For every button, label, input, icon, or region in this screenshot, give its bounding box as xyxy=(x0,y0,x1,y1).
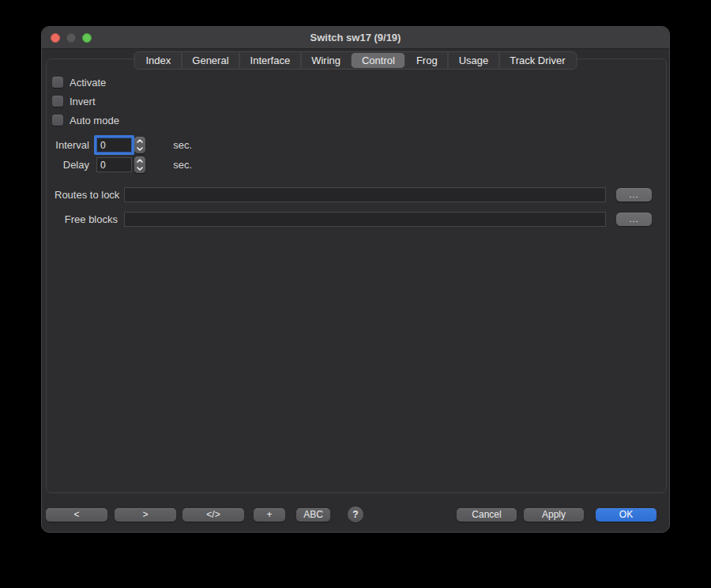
interval-stepper xyxy=(134,137,145,153)
activate-label: Activate xyxy=(70,77,106,89)
markup-button[interactable]: </> xyxy=(182,508,244,522)
stepper-up-button[interactable] xyxy=(134,156,145,165)
bottom-toolbar: < > </> + ABC ? Cancel Apply OK xyxy=(46,507,656,522)
tab-track-driver[interactable]: Track Driver xyxy=(498,53,575,68)
invert-row: Invert xyxy=(52,95,96,107)
stepper-up-button[interactable] xyxy=(134,137,145,145)
next-button[interactable]: > xyxy=(115,508,176,522)
free-blocks-browse-button[interactable]: ... xyxy=(616,213,652,226)
delay-label: Delay xyxy=(55,159,89,171)
apply-button[interactable]: Apply xyxy=(524,508,584,522)
routes-browse-button[interactable]: ... xyxy=(616,188,652,202)
routes-to-lock-row: Routes to lock ... xyxy=(55,187,652,202)
free-blocks-label: Free blocks xyxy=(55,213,118,225)
tab-usage[interactable]: Usage xyxy=(448,53,499,68)
delay-stepper xyxy=(134,156,145,173)
tab-interface[interactable]: Interface xyxy=(239,53,301,68)
add-button[interactable]: + xyxy=(254,508,285,522)
window-title: Switch sw17 (9/19) xyxy=(42,27,669,49)
routes-to-lock-input[interactable] xyxy=(124,187,606,202)
stepper-down-button[interactable] xyxy=(134,165,145,174)
delay-input[interactable] xyxy=(96,157,132,172)
tab-general[interactable]: General xyxy=(181,53,239,68)
dialog-window: Switch sw17 (9/19) Index General Interfa… xyxy=(41,26,670,533)
ok-button[interactable]: OK xyxy=(596,508,656,522)
free-blocks-input[interactable] xyxy=(124,212,606,227)
interval-label: Interval xyxy=(55,139,89,151)
tab-control[interactable]: Control xyxy=(351,53,405,68)
abc-button[interactable]: ABC xyxy=(296,508,330,522)
free-blocks-row: Free blocks ... xyxy=(55,212,652,227)
delay-row: Delay sec. xyxy=(55,156,199,173)
previous-button[interactable]: < xyxy=(46,508,107,522)
tab-index[interactable]: Index xyxy=(135,53,181,68)
delay-unit-label: sec. xyxy=(157,159,192,171)
tab-frog[interactable]: Frog xyxy=(405,53,448,68)
cancel-button[interactable]: Cancel xyxy=(457,508,517,522)
tab-bar: Index General Interface Wiring Control F… xyxy=(134,51,577,70)
help-button[interactable]: ? xyxy=(348,507,363,522)
routes-to-lock-label: Routes to lock xyxy=(55,189,118,201)
auto-mode-checkbox[interactable] xyxy=(52,115,63,126)
stepper-down-button[interactable] xyxy=(134,145,145,154)
interval-input[interactable] xyxy=(96,138,132,153)
title-bar: Switch sw17 (9/19) xyxy=(42,27,669,49)
control-tab-panel: Activate Invert Auto mode Interval sec. xyxy=(46,58,667,493)
auto-mode-label: Auto mode xyxy=(70,115,119,126)
activate-row: Activate xyxy=(52,76,106,89)
activate-checkbox[interactable] xyxy=(52,77,63,88)
interval-row: Interval sec. xyxy=(55,137,199,153)
invert-checkbox[interactable] xyxy=(52,96,63,107)
invert-label: Invert xyxy=(70,96,96,107)
interval-unit-label: sec. xyxy=(157,139,192,151)
auto-mode-row: Auto mode xyxy=(52,114,119,126)
tab-wiring[interactable]: Wiring xyxy=(300,53,351,68)
